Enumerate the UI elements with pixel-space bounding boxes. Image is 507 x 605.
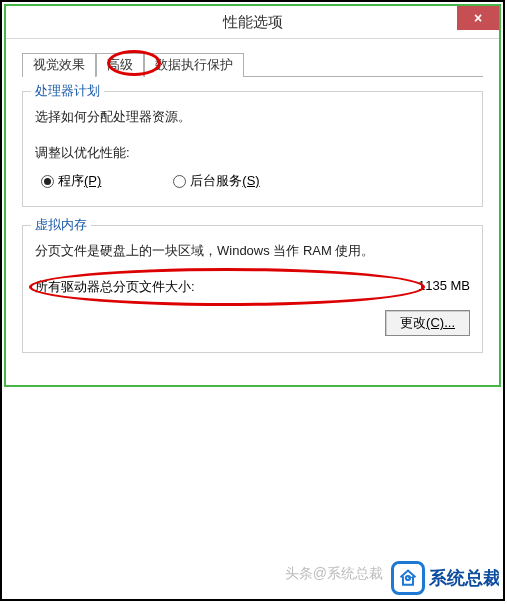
brand-text: 系统总裁 — [429, 566, 499, 590]
radio-icon — [41, 175, 54, 188]
radio-background-services[interactable]: 后台服务(S) — [173, 172, 259, 190]
processor-schedule-group: 处理器计划 选择如何分配处理器资源。 调整以优化性能: 程序(P) 后台服务(S… — [22, 91, 483, 207]
change-button-row: 更改(C)... — [35, 310, 470, 336]
tab-advanced[interactable]: 高级 — [96, 53, 144, 77]
group-title: 处理器计划 — [31, 82, 104, 100]
performance-options-window: 性能选项 × 视觉效果 高级 数据执行保护 处理器计划 选择如何分配处理 — [4, 4, 501, 387]
radio-icon — [173, 175, 186, 188]
tab-label: 数据执行保护 — [155, 57, 233, 72]
watermark-text: 头条@系统总裁 — [285, 565, 383, 583]
radio-label: 程序(P) — [58, 172, 101, 190]
group-description: 分页文件是硬盘上的一块区域，Windows 当作 RAM 使用。 — [35, 242, 470, 260]
vm-total-row: 所有驱动器总分页文件大小: 1135 MB — [35, 278, 470, 296]
watermark-logo: 系统总裁 — [391, 561, 499, 595]
radio-programs[interactable]: 程序(P) — [41, 172, 101, 190]
virtual-memory-group: 虚拟内存 分页文件是硬盘上的一块区域，Windows 当作 RAM 使用。 所有… — [22, 225, 483, 353]
tab-visual-effects[interactable]: 视觉效果 — [22, 53, 96, 77]
change-button[interactable]: 更改(C)... — [385, 310, 470, 336]
window-title: 性能选项 — [223, 13, 283, 32]
tab-dep[interactable]: 数据执行保护 — [144, 53, 244, 77]
close-button[interactable]: × — [457, 6, 499, 30]
tab-strip: 视觉效果 高级 数据执行保护 — [22, 53, 483, 77]
titlebar: 性能选项 × — [6, 6, 499, 39]
vm-total-label: 所有驱动器总分页文件大小: — [35, 278, 195, 296]
radio-label: 后台服务(S) — [190, 172, 259, 190]
house-icon — [391, 561, 425, 595]
tab-label: 视觉效果 — [33, 57, 85, 72]
vm-total-value: 1135 MB — [418, 278, 470, 296]
group-description: 选择如何分配处理器资源。 — [35, 108, 470, 126]
adjust-label: 调整以优化性能: — [35, 144, 470, 162]
close-icon: × — [474, 10, 482, 26]
dialog-content: 视觉效果 高级 数据执行保护 处理器计划 选择如何分配处理器资源。 调整以优化性… — [6, 39, 499, 385]
radio-row: 程序(P) 后台服务(S) — [41, 172, 470, 190]
tab-label: 高级 — [107, 57, 133, 72]
group-title: 虚拟内存 — [31, 216, 91, 234]
